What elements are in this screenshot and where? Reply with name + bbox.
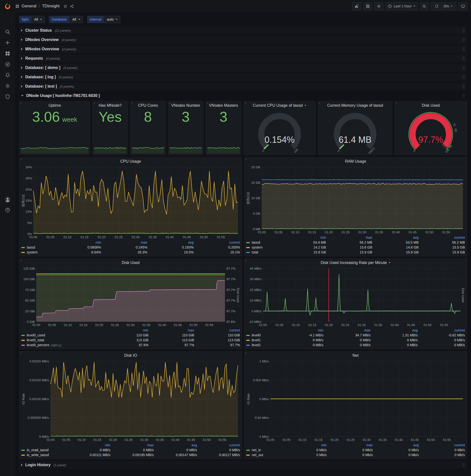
- panel-info-icon[interactable]: i: [21, 157, 21, 160]
- dashboard-settings-button[interactable]: [374, 2, 383, 10]
- panel-title[interactable]: Current Memory Usage of taosd: [318, 101, 392, 110]
- help-icon[interactable]: [0, 207, 15, 213]
- panel-info-icon[interactable]: i: [246, 157, 246, 160]
- row-drag-handle[interactable]: [462, 85, 465, 88]
- variable-value-dropdown[interactable]: All: [31, 16, 45, 23]
- series-name: taosd: [27, 245, 35, 249]
- explore-compass-icon[interactable]: [0, 59, 15, 70]
- row-drag-handle[interactable]: [462, 57, 465, 60]
- legend-series-name[interactable]: level0_percent(right-y): [21, 342, 103, 347]
- legend-series-name[interactable]: level0: [246, 333, 276, 338]
- row-drag-handle[interactable]: [462, 94, 465, 98]
- refresh-interval-select[interactable]: 30s: [442, 2, 454, 10]
- panel-title[interactable]: Net: [244, 351, 467, 360]
- user-avatar[interactable]: [0, 196, 15, 203]
- star-icon[interactable]: [63, 4, 67, 8]
- legend-series-name[interactable]: total: [246, 250, 280, 255]
- dashboard-row-collapsed[interactable]: Login History(1 panel): [19, 461, 467, 469]
- row-drag-handle[interactable]: [462, 66, 465, 70]
- panel-info-icon[interactable]: i: [246, 352, 246, 355]
- panel-title[interactable]: VNodes Masters: [206, 101, 241, 110]
- legend-series-name[interactable]: io_read_taosd: [21, 447, 68, 452]
- breadcrumb-dashboard-title[interactable]: TDinsight: [42, 4, 60, 9]
- y-axis-tick: 5%: [25, 221, 32, 225]
- refresh-interval-label: 30s: [443, 4, 449, 8]
- legend-series-name[interactable]: io_write_taosd: [21, 452, 68, 457]
- row-drag-handle[interactable]: [462, 29, 465, 32]
- dashboards-icon[interactable]: [0, 48, 15, 59]
- legend-series-name[interactable]: net_in: [246, 447, 281, 452]
- row-drag-handle[interactable]: [462, 47, 465, 51]
- legend-series-name[interactable]: taosd: [21, 245, 55, 250]
- panel-info-icon[interactable]: i: [21, 102, 21, 104]
- panel-info-icon[interactable]: i: [396, 102, 397, 104]
- row-title[interactable]: DNode Usage [ huolinhe-TM1701:6030 ]: [26, 93, 100, 98]
- alerting-bell-icon[interactable]: [0, 70, 15, 81]
- panel-info-icon[interactable]: i: [132, 102, 132, 104]
- cycle-view-button[interactable]: [458, 2, 468, 10]
- search-icon[interactable]: [0, 27, 15, 37]
- row-drag-handle[interactable]: [462, 38, 465, 42]
- add-panel-button[interactable]: [352, 2, 361, 10]
- panel-info-icon[interactable]: i: [246, 259, 246, 262]
- dashboard-row-expanded[interactable]: DNode Usage [ huolinhe-TM1701:6030 ]: [19, 92, 467, 100]
- dashboard-row-collapsed[interactable]: Cluster Status(21 panels): [19, 27, 467, 34]
- save-dashboard-button[interactable]: [363, 2, 372, 10]
- panel-title[interactable]: Uptime: [19, 101, 90, 110]
- panel-title[interactable]: Disk Used: [395, 101, 467, 110]
- stat-value-wrap: Yes: [92, 110, 128, 145]
- share-icon[interactable]: [70, 4, 74, 8]
- panel-title[interactable]: RAM Usage: [244, 157, 467, 166]
- series-name: level2: [252, 343, 261, 347]
- server-admin-shield-icon[interactable]: [0, 91, 15, 102]
- zoom-out-button[interactable]: [420, 2, 429, 10]
- dashboard-row-collapsed[interactable]: Requests(4 panels): [19, 54, 467, 62]
- legend-series-name[interactable]: level1: [246, 338, 276, 342]
- gauge-value: 61.4 MB: [338, 135, 371, 145]
- panel-title[interactable]: Disk IO: [19, 351, 242, 360]
- row-drag-handle[interactable]: [462, 75, 465, 79]
- panel-info-icon[interactable]: i: [207, 102, 208, 104]
- panel-title[interactable]: Has MNode?: [92, 101, 128, 110]
- variable-value-dropdown[interactable]: All: [69, 16, 83, 23]
- create-icon[interactable]: [0, 37, 15, 48]
- variable-value-dropdown[interactable]: auto: [104, 16, 120, 23]
- legend-series-name[interactable]: level2: [246, 342, 276, 347]
- y-axis-tick: 100 GiB: [21, 277, 35, 281]
- variable-interval: Interval auto: [87, 16, 121, 23]
- panel-title[interactable]: VNodes Number: [168, 101, 203, 110]
- time-range-picker[interactable]: Last 1 hour: [385, 2, 418, 10]
- panel-info-icon[interactable]: i: [94, 102, 94, 104]
- panel-title-text: Current Memory Usage of taosd: [327, 103, 383, 108]
- panel-info-icon[interactable]: i: [21, 352, 21, 355]
- panel-title[interactable]: Disk Used: [19, 259, 242, 267]
- refresh-button[interactable]: [433, 4, 440, 8]
- dashboard-row-collapsed[interactable]: Database: [ log ](5 panels): [19, 73, 467, 81]
- legend-series-name[interactable]: net_out: [246, 452, 281, 457]
- legend-series-name[interactable]: taosd: [246, 240, 280, 245]
- dashboard-row-collapsed[interactable]: MNodes Overview(2 panels): [19, 45, 467, 53]
- panel-info-icon[interactable]: i: [319, 102, 320, 104]
- dashboard-row-collapsed[interactable]: DNodes Overview(4 panels): [19, 36, 467, 44]
- legend-series-name[interactable]: level0_total: [21, 338, 103, 342]
- panel-title[interactable]: Current CPU Usage of taosd: [244, 101, 316, 110]
- series-color-swatch-icon: [246, 340, 250, 341]
- panel-info-icon[interactable]: i: [21, 259, 21, 262]
- legend-series-name[interactable]: system: [21, 250, 55, 255]
- breadcrumb-folder[interactable]: General: [22, 4, 36, 9]
- dashboard-row-collapsed[interactable]: Database: [ demo ](5 panels): [19, 64, 467, 72]
- grafana-logo[interactable]: [0, 0, 15, 12]
- refresh-picker[interactable]: 30s: [431, 2, 456, 10]
- panel-info-icon[interactable]: i: [245, 102, 246, 104]
- dashboard-row-collapsed[interactable]: Database: [ test ](5 panels): [19, 83, 467, 90]
- legend-series-name[interactable]: level0_used: [21, 333, 103, 338]
- panel-title[interactable]: CPU Usage: [19, 157, 242, 166]
- configuration-gear-icon[interactable]: [0, 81, 15, 91]
- panel-title[interactable]: CPU Cores: [130, 101, 166, 110]
- panel-title[interactable]: Disk Used Increasing Rate per Minute: [244, 259, 467, 267]
- legend-value: 0.183%: [147, 245, 194, 250]
- legend-series-name[interactable]: system: [246, 245, 280, 250]
- row-drag-handle[interactable]: [462, 463, 465, 467]
- panel-info-icon[interactable]: i: [169, 102, 170, 104]
- series-name: level0_percent: [27, 343, 49, 347]
